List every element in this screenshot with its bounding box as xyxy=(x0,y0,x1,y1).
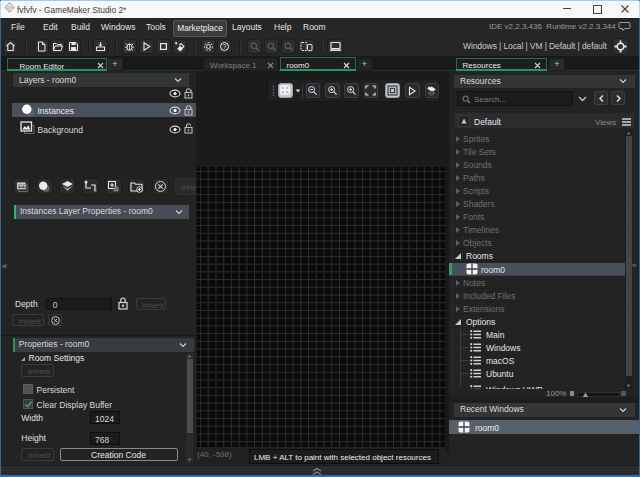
svg-text:?: ? xyxy=(223,43,227,50)
